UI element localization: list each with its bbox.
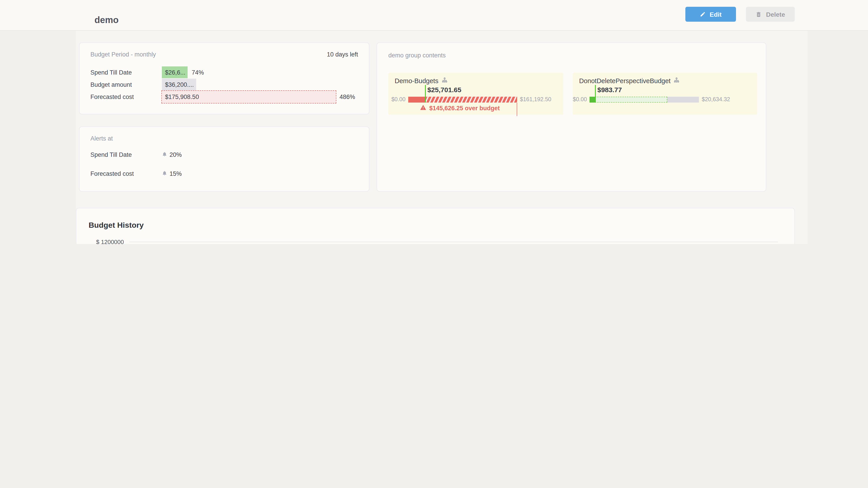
budget-progress-bar: $983.77 [590, 96, 699, 102]
budget-detail-page: demo Edit Delete Budget Period - monthly… [0, 0, 868, 244]
delete-button-label: Delete [766, 11, 785, 18]
forecast-green-segment [595, 96, 667, 102]
alert-forecast-threshold: 15% [169, 170, 182, 177]
spend-till-date-chip: $26,6... [162, 66, 188, 78]
bell-icon [162, 151, 167, 158]
budget-period-card: Budget Period - monthly 10 days left Spe… [79, 42, 369, 114]
group-contents-card: demo group contents Demo-Budgets $0.00 $… [377, 42, 766, 192]
bar-min-label: $0.00 [573, 96, 587, 103]
budget-history-card: Budget History $ 1200000 $ 0 1 Jul 2024 … [76, 208, 795, 244]
chart-column [129, 242, 179, 244]
budget-period-title: Budget Period - monthly [90, 51, 156, 58]
bell-icon [162, 170, 167, 177]
budget-amount-label: Budget amount [90, 81, 132, 88]
hierarchy-icon [441, 77, 447, 85]
alert-spend-label: Spend Till Date [90, 151, 132, 158]
budget-tile[interactable]: DonotDeletePerspectiveBudget $0.00 $983.… [573, 73, 757, 115]
bar-max-label: $161,192.50 [520, 96, 551, 103]
budget-progress-bar: $25,701.65 [408, 96, 517, 102]
chart-column [179, 242, 229, 244]
alerts-title: Alerts at [90, 135, 113, 142]
forecast-percent: 486% [340, 93, 355, 100]
forecasted-cost-box: $175,908.50 [161, 90, 336, 103]
page-title: demo [94, 15, 119, 25]
budget-history-title: Budget History [89, 221, 144, 230]
chart-column [478, 242, 528, 244]
spend-till-date-label: Spend Till Date [90, 69, 132, 76]
spent-green-segment [590, 96, 595, 102]
chart-column [528, 242, 579, 244]
trash-icon [756, 11, 762, 18]
edit-button[interactable]: Edit [685, 7, 736, 22]
over-hatched-segment [425, 96, 517, 102]
hierarchy-icon [674, 77, 680, 85]
y-axis-max-label: $ 1200000 [88, 238, 124, 244]
budget-tile-name: DonotDeletePerspectiveBudget [579, 77, 671, 85]
bar-max-label: $20,634.32 [702, 96, 730, 103]
over-budget-note: $145,626.25 over budget [429, 105, 500, 111]
budget-tick [595, 85, 596, 102]
group-contents-title: demo group contents [388, 52, 446, 59]
chart-column [279, 242, 329, 244]
budget-tile[interactable]: Demo-Budgets $0.00 $25,701.65 $161,192.5… [388, 73, 563, 115]
budget-tile-name: Demo-Budgets [395, 77, 438, 85]
chart-column [728, 242, 778, 244]
warning-icon [420, 104, 427, 112]
delete-button[interactable]: Delete [746, 7, 795, 22]
bar-min-label: $0.00 [388, 96, 405, 103]
spent-red-segment [408, 96, 425, 102]
alerts-card: Alerts at Spend Till Date 20% Forecasted… [79, 127, 369, 192]
chart-column [579, 242, 628, 244]
chart-column [229, 242, 279, 244]
chart-plot [129, 242, 778, 244]
chart-column [379, 242, 429, 244]
chart-column [678, 242, 728, 244]
alert-forecast-label: Forecasted cost [90, 170, 134, 177]
budget-tile-amount: $25,701.65 [428, 86, 461, 93]
remaining-gray-segment [667, 96, 699, 102]
spend-percent: 74% [192, 69, 204, 76]
chart-column [429, 242, 479, 244]
over-budget-line [517, 102, 517, 116]
forecasted-cost-label: Forecasted cost [90, 93, 134, 100]
top-bar [0, 0, 868, 31]
budget-tile-amount: $983.77 [597, 86, 622, 93]
edit-button-label: Edit [710, 11, 722, 18]
chart-column [628, 242, 678, 244]
budget-amount-chip: $36,200.... [162, 78, 196, 90]
days-left-label: 10 days left [327, 51, 358, 58]
budget-tick [425, 85, 426, 102]
chart-column [329, 242, 379, 244]
pencil-icon [700, 11, 706, 17]
alert-spend-threshold: 20% [169, 151, 182, 158]
